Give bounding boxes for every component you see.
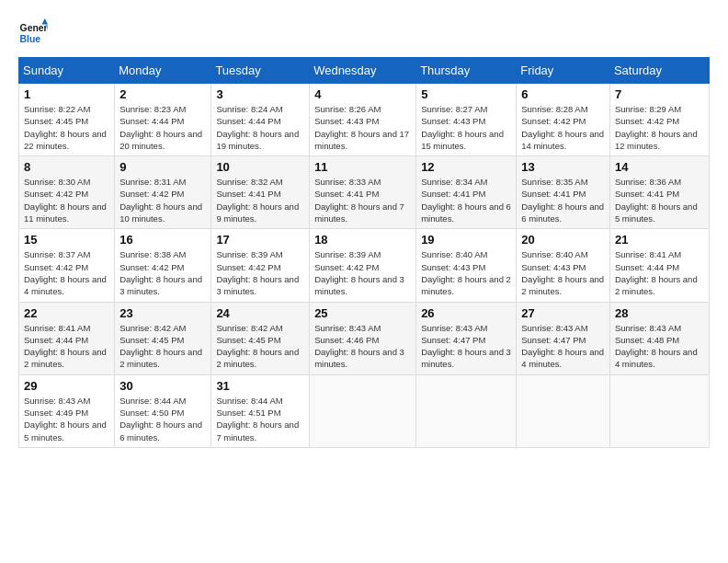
calendar-cell: 8Sunrise: 8:30 AMSunset: 4:42 PMDaylight… xyxy=(19,156,115,229)
calendar-cell: 28Sunrise: 8:43 AMSunset: 4:48 PMDayligh… xyxy=(609,302,709,374)
day-info: Sunrise: 8:44 AMSunset: 4:50 PMDaylight:… xyxy=(119,395,206,443)
day-number: 12 xyxy=(421,160,511,174)
day-header-saturday: Saturday xyxy=(609,58,709,84)
calendar-cell: 12Sunrise: 8:34 AMSunset: 4:41 PMDayligh… xyxy=(416,156,517,229)
day-number: 21 xyxy=(615,233,704,247)
calendar-cell: 2Sunrise: 8:23 AMSunset: 4:44 PMDaylight… xyxy=(115,84,211,156)
calendar-cell: 4Sunrise: 8:26 AMSunset: 4:43 PMDaylight… xyxy=(310,84,416,156)
header-row: SundayMondayTuesdayWednesdayThursdayFrid… xyxy=(19,58,710,84)
day-info: Sunrise: 8:32 AMSunset: 4:41 PMDaylight:… xyxy=(216,176,304,224)
day-number: 18 xyxy=(314,233,411,247)
calendar-cell: 19Sunrise: 8:40 AMSunset: 4:43 PMDayligh… xyxy=(416,229,517,302)
calendar-week-row: 15Sunrise: 8:37 AMSunset: 4:42 PMDayligh… xyxy=(19,229,710,302)
calendar-cell: 10Sunrise: 8:32 AMSunset: 4:41 PMDayligh… xyxy=(211,156,310,229)
day-info: Sunrise: 8:41 AMSunset: 4:44 PMDaylight:… xyxy=(615,248,704,297)
day-info: Sunrise: 8:43 AMSunset: 4:47 PMDaylight:… xyxy=(421,322,511,371)
day-number: 11 xyxy=(314,160,411,174)
day-info: Sunrise: 8:43 AMSunset: 4:46 PMDaylight:… xyxy=(314,322,411,371)
day-number: 9 xyxy=(119,160,206,174)
day-number: 8 xyxy=(24,160,109,174)
day-number: 26 xyxy=(421,306,511,320)
day-info: Sunrise: 8:43 AMSunset: 4:48 PMDaylight:… xyxy=(615,322,704,371)
day-number: 23 xyxy=(119,306,206,320)
day-info: Sunrise: 8:37 AMSunset: 4:42 PMDaylight:… xyxy=(24,248,109,297)
day-header-thursday: Thursday xyxy=(416,58,517,84)
calendar-week-row: 1Sunrise: 8:22 AMSunset: 4:45 PMDaylight… xyxy=(19,84,710,156)
day-header-wednesday: Wednesday xyxy=(310,58,416,84)
calendar-week-row: 22Sunrise: 8:41 AMSunset: 4:44 PMDayligh… xyxy=(19,302,710,374)
calendar-cell: 17Sunrise: 8:39 AMSunset: 4:42 PMDayligh… xyxy=(211,229,310,302)
day-number: 16 xyxy=(119,233,206,247)
day-number: 30 xyxy=(119,379,206,393)
day-number: 4 xyxy=(314,87,411,101)
logo-icon: General Blue xyxy=(18,18,48,48)
calendar-cell: 27Sunrise: 8:43 AMSunset: 4:47 PMDayligh… xyxy=(517,302,610,374)
calendar-cell: 21Sunrise: 8:41 AMSunset: 4:44 PMDayligh… xyxy=(609,229,709,302)
day-info: Sunrise: 8:41 AMSunset: 4:44 PMDaylight:… xyxy=(24,322,109,371)
svg-marker-2 xyxy=(42,18,48,24)
day-number: 22 xyxy=(24,306,109,320)
calendar-cell xyxy=(517,374,610,447)
day-header-sunday: Sunday xyxy=(19,58,115,84)
day-header-monday: Monday xyxy=(115,58,211,84)
day-number: 10 xyxy=(216,160,304,174)
day-info: Sunrise: 8:27 AMSunset: 4:43 PMDaylight:… xyxy=(421,103,511,152)
day-info: Sunrise: 8:29 AMSunset: 4:42 PMDaylight:… xyxy=(615,103,704,152)
day-number: 31 xyxy=(216,379,304,393)
calendar-cell: 5Sunrise: 8:27 AMSunset: 4:43 PMDaylight… xyxy=(416,84,517,156)
calendar-week-row: 8Sunrise: 8:30 AMSunset: 4:42 PMDaylight… xyxy=(19,156,710,229)
calendar-cell: 6Sunrise: 8:28 AMSunset: 4:42 PMDaylight… xyxy=(517,84,610,156)
calendar-table: SundayMondayTuesdayWednesdayThursdayFrid… xyxy=(18,57,710,448)
day-info: Sunrise: 8:40 AMSunset: 4:43 PMDaylight:… xyxy=(521,248,605,297)
day-number: 2 xyxy=(119,87,206,101)
day-number: 13 xyxy=(521,160,605,174)
day-number: 24 xyxy=(216,306,304,320)
day-info: Sunrise: 8:39 AMSunset: 4:42 PMDaylight:… xyxy=(216,248,304,297)
calendar-cell: 25Sunrise: 8:43 AMSunset: 4:46 PMDayligh… xyxy=(310,302,416,374)
calendar-cell: 9Sunrise: 8:31 AMSunset: 4:42 PMDaylight… xyxy=(115,156,211,229)
calendar-cell: 7Sunrise: 8:29 AMSunset: 4:42 PMDaylight… xyxy=(609,84,709,156)
calendar-cell: 30Sunrise: 8:44 AMSunset: 4:50 PMDayligh… xyxy=(115,374,211,447)
calendar-cell: 16Sunrise: 8:38 AMSunset: 4:42 PMDayligh… xyxy=(115,229,211,302)
calendar-week-row: 29Sunrise: 8:43 AMSunset: 4:49 PMDayligh… xyxy=(19,374,710,447)
day-info: Sunrise: 8:22 AMSunset: 4:45 PMDaylight:… xyxy=(24,103,109,152)
day-info: Sunrise: 8:42 AMSunset: 4:45 PMDaylight:… xyxy=(216,322,304,371)
day-info: Sunrise: 8:24 AMSunset: 4:44 PMDaylight:… xyxy=(216,103,304,152)
calendar-cell: 23Sunrise: 8:42 AMSunset: 4:45 PMDayligh… xyxy=(115,302,211,374)
svg-text:General: General xyxy=(20,23,48,33)
day-number: 14 xyxy=(615,160,704,174)
calendar-cell: 15Sunrise: 8:37 AMSunset: 4:42 PMDayligh… xyxy=(19,229,115,302)
calendar-cell: 24Sunrise: 8:42 AMSunset: 4:45 PMDayligh… xyxy=(211,302,310,374)
calendar-cell: 31Sunrise: 8:44 AMSunset: 4:51 PMDayligh… xyxy=(211,374,310,447)
calendar-cell xyxy=(416,374,517,447)
day-info: Sunrise: 8:30 AMSunset: 4:42 PMDaylight:… xyxy=(24,176,109,224)
day-info: Sunrise: 8:39 AMSunset: 4:42 PMDaylight:… xyxy=(314,248,411,297)
day-number: 27 xyxy=(521,306,605,320)
day-info: Sunrise: 8:34 AMSunset: 4:41 PMDaylight:… xyxy=(421,176,511,224)
calendar-cell: 14Sunrise: 8:36 AMSunset: 4:41 PMDayligh… xyxy=(609,156,709,229)
logo: General Blue xyxy=(18,18,48,48)
svg-text:Blue: Blue xyxy=(20,34,41,44)
calendar-cell: 26Sunrise: 8:43 AMSunset: 4:47 PMDayligh… xyxy=(416,302,517,374)
day-info: Sunrise: 8:43 AMSunset: 4:49 PMDaylight:… xyxy=(24,395,109,443)
day-number: 25 xyxy=(314,306,411,320)
day-info: Sunrise: 8:26 AMSunset: 4:43 PMDaylight:… xyxy=(314,103,411,152)
day-info: Sunrise: 8:28 AMSunset: 4:42 PMDaylight:… xyxy=(521,103,605,152)
day-info: Sunrise: 8:35 AMSunset: 4:41 PMDaylight:… xyxy=(521,176,605,224)
calendar-cell: 18Sunrise: 8:39 AMSunset: 4:42 PMDayligh… xyxy=(310,229,416,302)
day-number: 20 xyxy=(521,233,605,247)
calendar-cell: 29Sunrise: 8:43 AMSunset: 4:49 PMDayligh… xyxy=(19,374,115,447)
day-info: Sunrise: 8:40 AMSunset: 4:43 PMDaylight:… xyxy=(421,248,511,297)
day-header-tuesday: Tuesday xyxy=(211,58,310,84)
calendar-cell: 3Sunrise: 8:24 AMSunset: 4:44 PMDaylight… xyxy=(211,84,310,156)
day-info: Sunrise: 8:31 AMSunset: 4:42 PMDaylight:… xyxy=(119,176,206,224)
day-number: 29 xyxy=(24,379,109,393)
day-number: 1 xyxy=(24,87,109,101)
day-info: Sunrise: 8:33 AMSunset: 4:41 PMDaylight:… xyxy=(314,176,411,224)
calendar-cell: 13Sunrise: 8:35 AMSunset: 4:41 PMDayligh… xyxy=(517,156,610,229)
day-number: 28 xyxy=(615,306,704,320)
day-number: 5 xyxy=(421,87,511,101)
day-info: Sunrise: 8:38 AMSunset: 4:42 PMDaylight:… xyxy=(119,248,206,297)
calendar-cell xyxy=(609,374,709,447)
day-info: Sunrise: 8:43 AMSunset: 4:47 PMDaylight:… xyxy=(521,322,605,371)
